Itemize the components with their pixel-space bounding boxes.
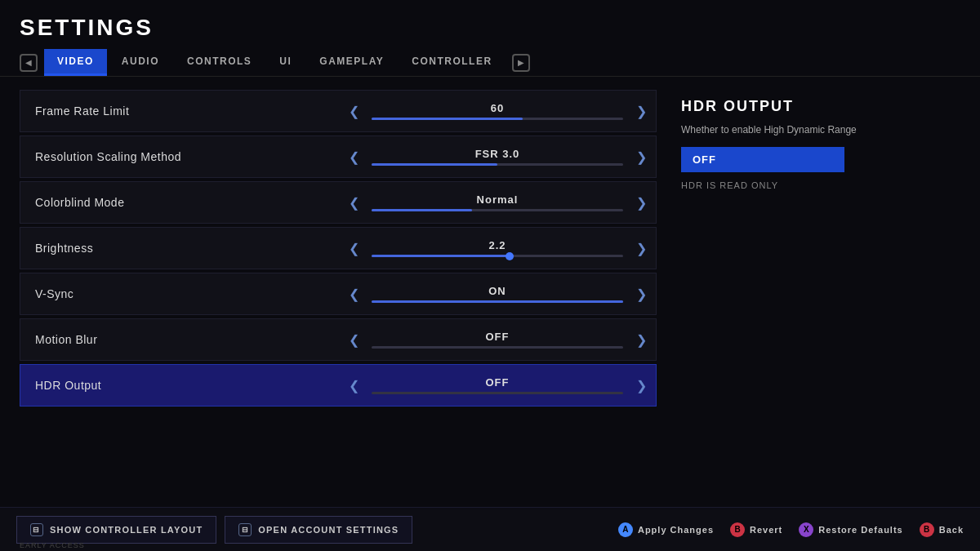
hdr-panel: HDR OUTPUT Whether to enable High Dynami… (681, 90, 960, 407)
arrow-right-hdr-output[interactable]: ❯ (626, 364, 656, 407)
arrow-left-brightness[interactable]: ❮ (339, 227, 368, 269)
setting-label-frame-rate-limit: Frame Rate Limit (20, 104, 339, 118)
hdr-panel-note: HDR IS READ ONLY (681, 180, 960, 190)
show-controller-layout-label: SHOW CONTROLLER LAYOUT (50, 525, 203, 535)
value-bar-frame-rate-limit (372, 118, 623, 120)
open-account-settings-button[interactable]: ⊟ OPEN ACCOUNT SETTINGS (225, 516, 412, 544)
setting-row-resolution-scaling[interactable]: Resolution Scaling Method ❮ FSR 3.0 ❯ (20, 136, 657, 178)
value-text-resolution-scaling: FSR 3.0 (475, 148, 520, 160)
value-text-hdr-output: OFF (486, 376, 510, 389)
value-bar-fill-brightness (372, 255, 510, 257)
setting-label-hdr-output: HDR Output (20, 379, 339, 392)
tab-gameplay[interactable]: GAMEPLAY (306, 49, 397, 76)
value-area-v-sync: ON (368, 285, 626, 303)
tab-controls[interactable]: CONTROLS (174, 49, 265, 76)
setting-row-colorblind-mode[interactable]: Colorblind Mode ❮ Normal ❯ (20, 181, 657, 224)
value-bar-fill-resolution-scaling (372, 163, 497, 166)
setting-row-v-sync[interactable]: V-Sync ❮ ON ❯ (20, 273, 657, 315)
setting-control-resolution-scaling: ❮ FSR 3.0 ❯ (339, 136, 656, 178)
tab-audio[interactable]: AUDIO (109, 49, 172, 76)
value-area-brightness: 2.2 (368, 239, 626, 257)
setting-label-brightness: Brightness (20, 242, 339, 255)
tabs-left-icon: ◀ (20, 54, 38, 72)
value-area-frame-rate-limit: 60 (368, 102, 626, 120)
value-text-brightness: 2.2 (488, 239, 506, 251)
early-access-label: EARLY ACCESS (20, 541, 85, 549)
setting-row-frame-rate-limit[interactable]: Frame Rate Limit ❮ 60 ❯ (20, 90, 657, 132)
value-bar-colorblind-mode (372, 209, 623, 211)
restore-defaults-icon: X (799, 522, 813, 537)
setting-control-colorblind-mode: ❮ Normal ❯ (339, 181, 656, 224)
footer-left: ⊟ SHOW CONTROLLER LAYOUT ⊟ OPEN ACCOUNT … (16, 516, 412, 544)
tabs-right-icon: ▶ (512, 54, 530, 72)
setting-control-brightness: ❮ 2.2 ❯ (339, 227, 656, 269)
back-action[interactable]: B Back (920, 522, 964, 537)
setting-control-v-sync: ❮ ON ❯ (339, 273, 656, 315)
tab-controller[interactable]: CONTROLLER (399, 49, 505, 76)
arrow-left-motion-blur[interactable]: ❮ (339, 318, 368, 361)
setting-row-hdr-output[interactable]: HDR Output ❮ OFF ❯ (20, 364, 657, 407)
open-account-settings-label: OPEN ACCOUNT SETTINGS (258, 525, 399, 535)
setting-label-colorblind-mode: Colorblind Mode (20, 196, 339, 209)
controller-layout-icon: ⊟ (30, 523, 43, 536)
setting-control-frame-rate-limit: ❮ 60 ❯ (339, 90, 656, 132)
show-controller-layout-button[interactable]: ⊟ SHOW CONTROLLER LAYOUT (16, 516, 216, 544)
setting-label-motion-blur: Motion Blur (20, 333, 339, 346)
hdr-panel-description: Whether to enable High Dynamic Range (681, 123, 960, 137)
arrow-right-resolution-scaling[interactable]: ❯ (626, 136, 656, 178)
restore-defaults-action[interactable]: X Restore Defaults (799, 522, 902, 537)
account-settings-icon: ⊟ (238, 523, 252, 536)
setting-control-motion-blur: ❮ OFF ❯ (339, 318, 656, 361)
value-area-motion-blur: OFF (368, 331, 626, 349)
apply-changes-label: Apply changes (638, 525, 714, 535)
value-bar-fill-frame-rate-limit (372, 118, 523, 120)
arrow-left-resolution-scaling[interactable]: ❮ (339, 136, 368, 178)
hdr-panel-title: HDR OUTPUT (681, 98, 960, 115)
value-bar-fill-v-sync (372, 300, 623, 303)
value-text-colorblind-mode: Normal (477, 193, 519, 206)
back-label: Back (939, 525, 964, 535)
setting-row-brightness[interactable]: Brightness ❮ 2.2 ❯ (20, 227, 657, 269)
revert-icon: B (730, 522, 745, 537)
arrow-left-hdr-output[interactable]: ❮ (339, 364, 368, 407)
page-title: SETTINGS (0, 0, 980, 49)
arrow-left-v-sync[interactable]: ❮ (339, 273, 368, 315)
tab-ui[interactable]: UI (266, 49, 305, 76)
back-icon: B (920, 522, 934, 537)
arrow-right-brightness[interactable]: ❯ (626, 227, 656, 269)
value-bar-fill-colorblind-mode (372, 209, 472, 211)
footer-right: A Apply changes B Revert X Restore Defau… (618, 522, 964, 537)
footer: ⊟ SHOW CONTROLLER LAYOUT ⊟ OPEN ACCOUNT … (0, 507, 980, 551)
arrow-right-frame-rate-limit[interactable]: ❯ (626, 90, 656, 132)
setting-label-resolution-scaling: Resolution Scaling Method (20, 150, 339, 163)
value-text-motion-blur: OFF (486, 331, 510, 343)
arrow-left-colorblind-mode[interactable]: ❮ (339, 181, 368, 224)
tab-video[interactable]: VIDEO (44, 49, 107, 76)
value-bar-resolution-scaling (372, 163, 623, 166)
value-bar-v-sync (372, 300, 623, 303)
value-area-colorblind-mode: Normal (368, 193, 626, 211)
revert-label: Revert (750, 525, 782, 535)
setting-label-v-sync: V-Sync (20, 287, 339, 300)
value-area-hdr-output: OFF (368, 376, 626, 394)
value-area-resolution-scaling: FSR 3.0 (368, 148, 626, 166)
value-bar-dot-brightness (506, 252, 514, 260)
hdr-panel-value: OFF (681, 147, 844, 172)
setting-row-motion-blur[interactable]: Motion Blur ❮ OFF ❯ (20, 318, 657, 361)
setting-control-hdr-output: ❮ OFF ❯ (339, 364, 656, 407)
arrow-right-motion-blur[interactable]: ❯ (626, 318, 656, 361)
value-bar-hdr-output (372, 392, 623, 394)
value-bar-brightness (372, 255, 623, 257)
revert-action[interactable]: B Revert (730, 522, 782, 537)
apply-changes-action[interactable]: A Apply changes (618, 522, 714, 537)
value-text-frame-rate-limit: 60 (491, 102, 504, 114)
main-content: Frame Rate Limit ❮ 60 ❯ Resolution Scali… (0, 83, 980, 413)
tabs-bar: ◀ VIDEO AUDIO CONTROLS UI GAMEPLAY CONTR… (0, 49, 980, 77)
arrow-right-v-sync[interactable]: ❯ (626, 273, 656, 315)
value-text-v-sync: ON (488, 285, 506, 297)
apply-changes-icon: A (618, 522, 633, 537)
restore-defaults-label: Restore Defaults (818, 525, 902, 535)
settings-list: Frame Rate Limit ❮ 60 ❯ Resolution Scali… (20, 90, 657, 407)
arrow-right-colorblind-mode[interactable]: ❯ (626, 181, 656, 224)
arrow-left-frame-rate-limit[interactable]: ❮ (339, 90, 368, 132)
